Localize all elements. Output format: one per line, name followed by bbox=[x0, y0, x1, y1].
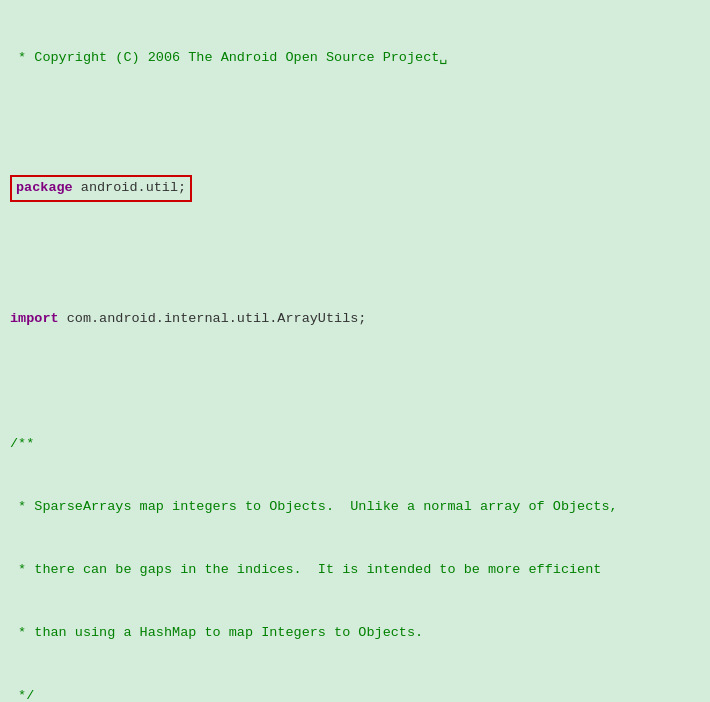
import-path: com.android.internal.util.ArrayUtils; bbox=[59, 311, 367, 326]
keyword-package: package bbox=[16, 180, 73, 195]
line-copyright: * Copyright (C) 2006 The Android Open So… bbox=[10, 48, 700, 69]
line-import: import com.android.internal.util.ArrayUt… bbox=[10, 309, 700, 330]
package-declaration: package android.util; bbox=[10, 175, 192, 202]
comment-copyright: * Copyright (C) 2006 The Android Open So… bbox=[10, 50, 448, 65]
keyword-import: import bbox=[10, 311, 59, 326]
package-name: android.util; bbox=[73, 180, 186, 195]
line-comment1: /** bbox=[10, 434, 700, 455]
line-package: package android.util; bbox=[10, 173, 700, 204]
code-editor: * Copyright (C) 2006 The Android Open So… bbox=[10, 6, 700, 702]
line-comment2: * SparseArrays map integers to Objects. … bbox=[10, 497, 700, 518]
line-comment4: * than using a HashMap to map Integers t… bbox=[10, 623, 700, 644]
line-comment3: * there can be gaps in the indices. It i… bbox=[10, 560, 700, 581]
line-blank1 bbox=[10, 111, 700, 132]
line-blank2 bbox=[10, 246, 700, 267]
comment-gaps: * there can be gaps in the indices. It i… bbox=[10, 562, 601, 577]
comment-block-start: /** bbox=[10, 436, 34, 451]
line-blank3 bbox=[10, 372, 700, 393]
line-comment5: */ bbox=[10, 686, 700, 703]
comment-block-end: */ bbox=[10, 688, 34, 703]
comment-sparsearrays: * SparseArrays map integers to Objects. … bbox=[10, 499, 618, 514]
comment-hashmap: * than using a HashMap to map Integers t… bbox=[10, 625, 423, 640]
